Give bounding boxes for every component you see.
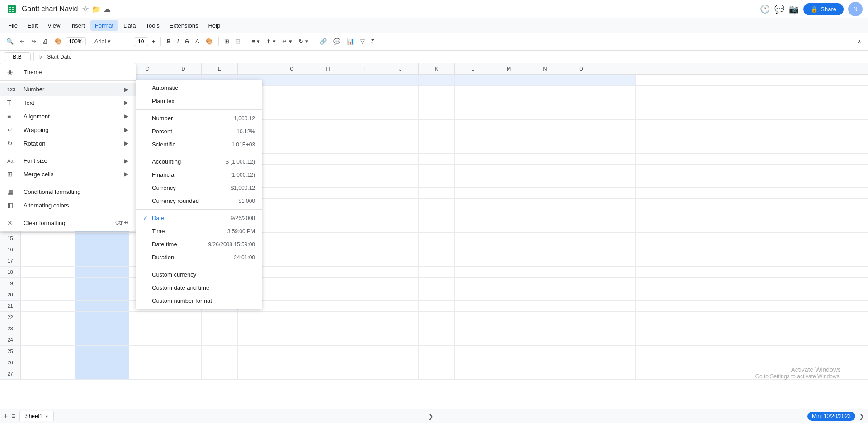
table-cell[interactable] <box>310 233 346 244</box>
table-cell[interactable] <box>346 357 382 368</box>
merge-btn[interactable]: ⊡ <box>233 36 243 47</box>
table-cell[interactable] <box>165 334 202 345</box>
table-cell[interactable] <box>527 289 563 300</box>
table-cell[interactable] <box>419 176 455 187</box>
table-cell[interactable] <box>455 75 491 85</box>
table-cell[interactable] <box>419 165 455 176</box>
table-cell[interactable] <box>599 210 636 221</box>
table-cell[interactable] <box>310 142 346 153</box>
table-cell[interactable] <box>455 108 491 119</box>
table-cell[interactable] <box>491 176 527 187</box>
link-btn[interactable]: 🔗 <box>317 36 330 47</box>
table-cell[interactable] <box>21 334 75 345</box>
table-cell[interactable] <box>238 368 274 379</box>
table-cell[interactable] <box>527 86 563 97</box>
table-cell[interactable] <box>382 278 419 289</box>
table-cell[interactable] <box>491 233 527 244</box>
submenu-custom-currency[interactable]: Custom currency <box>136 268 262 281</box>
border-btn[interactable]: ⊞ <box>222 36 232 47</box>
table-cell[interactable] <box>310 267 346 277</box>
table-cell[interactable] <box>455 334 491 345</box>
star-icon[interactable]: ☆ <box>82 4 89 14</box>
table-cell[interactable] <box>382 176 419 187</box>
table-cell[interactable] <box>527 357 563 368</box>
rotate-btn[interactable]: ↻ ▾ <box>296 36 311 47</box>
table-cell[interactable] <box>455 131 491 142</box>
table-cell[interactable] <box>274 301 310 311</box>
table-cell[interactable] <box>382 289 419 300</box>
table-cell[interactable] <box>599 75 636 85</box>
table-cell[interactable] <box>491 131 527 142</box>
font-size-input[interactable]: 10 <box>134 37 148 46</box>
table-cell[interactable] <box>527 120 563 131</box>
table-cell[interactable] <box>455 165 491 176</box>
table-cell[interactable] <box>310 312 346 323</box>
search-btn[interactable]: 🔍 <box>4 36 16 47</box>
format-menu-alignment[interactable]: ≡ Alignment ▶ <box>0 109 136 123</box>
table-cell[interactable] <box>129 334 165 345</box>
table-cell[interactable] <box>382 154 419 164</box>
table-cell[interactable] <box>75 255 129 266</box>
table-cell[interactable] <box>563 278 599 289</box>
table-cell[interactable] <box>75 368 129 379</box>
table-cell[interactable] <box>346 368 382 379</box>
table-cell[interactable] <box>75 267 129 277</box>
table-cell[interactable] <box>75 334 129 345</box>
table-cell[interactable] <box>346 267 382 277</box>
table-cell[interactable] <box>491 165 527 176</box>
table-cell[interactable] <box>419 199 455 210</box>
table-cell[interactable] <box>382 97 419 108</box>
table-cell[interactable] <box>563 301 599 311</box>
table-cell[interactable] <box>382 323 419 334</box>
table-cell[interactable] <box>346 278 382 289</box>
table-cell[interactable] <box>563 221 599 232</box>
table-cell[interactable] <box>527 142 563 153</box>
table-cell[interactable] <box>563 255 599 266</box>
paint-format-btn[interactable]: 🎨 <box>52 36 65 47</box>
table-cell[interactable] <box>202 334 238 345</box>
format-menu-rotation[interactable]: ↻ Rotation ▶ <box>0 136 136 150</box>
table-cell[interactable] <box>346 210 382 221</box>
table-cell[interactable] <box>382 210 419 221</box>
table-cell[interactable] <box>491 255 527 266</box>
submenu-automatic[interactable]: Automatic <box>136 81 262 94</box>
table-cell[interactable] <box>382 255 419 266</box>
table-cell[interactable] <box>455 301 491 311</box>
table-cell[interactable] <box>21 346 75 357</box>
table-cell[interactable] <box>491 199 527 210</box>
table-cell[interactable] <box>599 86 636 97</box>
table-cell[interactable] <box>563 188 599 198</box>
table-cell[interactable] <box>165 346 202 357</box>
submenu-time[interactable]: Time 3:59:00 PM <box>136 225 262 238</box>
table-cell[interactable] <box>346 120 382 131</box>
format-menu-conditional[interactable]: ▦ Conditional formatting <box>0 185 136 198</box>
filter-btn[interactable]: ▽ <box>358 36 368 47</box>
table-cell[interactable] <box>129 323 165 334</box>
table-cell[interactable] <box>455 86 491 97</box>
table-cell[interactable] <box>310 120 346 131</box>
table-cell[interactable] <box>274 154 310 164</box>
table-cell[interactable] <box>527 301 563 311</box>
table-cell[interactable] <box>599 346 636 357</box>
table-cell[interactable] <box>346 221 382 232</box>
submenu-custom-datetime[interactable]: Custom date and time <box>136 281 262 294</box>
table-cell[interactable] <box>491 75 527 85</box>
table-cell[interactable] <box>382 120 419 131</box>
table-cell[interactable] <box>491 323 527 334</box>
table-cell[interactable] <box>491 357 527 368</box>
table-cell[interactable] <box>419 244 455 255</box>
table-cell[interactable] <box>599 312 636 323</box>
table-cell[interactable] <box>527 312 563 323</box>
submenu-number[interactable]: Number 1,000.12 <box>136 112 262 125</box>
table-cell[interactable] <box>346 176 382 187</box>
table-cell[interactable] <box>491 301 527 311</box>
table-cell[interactable] <box>346 301 382 311</box>
table-cell[interactable] <box>491 278 527 289</box>
table-cell[interactable] <box>491 221 527 232</box>
comment-btn[interactable]: 💬 <box>774 4 784 14</box>
chart-btn[interactable]: 📊 <box>344 36 357 47</box>
table-cell[interactable] <box>202 357 238 368</box>
table-cell[interactable] <box>491 154 527 164</box>
table-cell[interactable] <box>21 233 75 244</box>
submenu-plain-text[interactable]: Plain text <box>136 94 262 108</box>
